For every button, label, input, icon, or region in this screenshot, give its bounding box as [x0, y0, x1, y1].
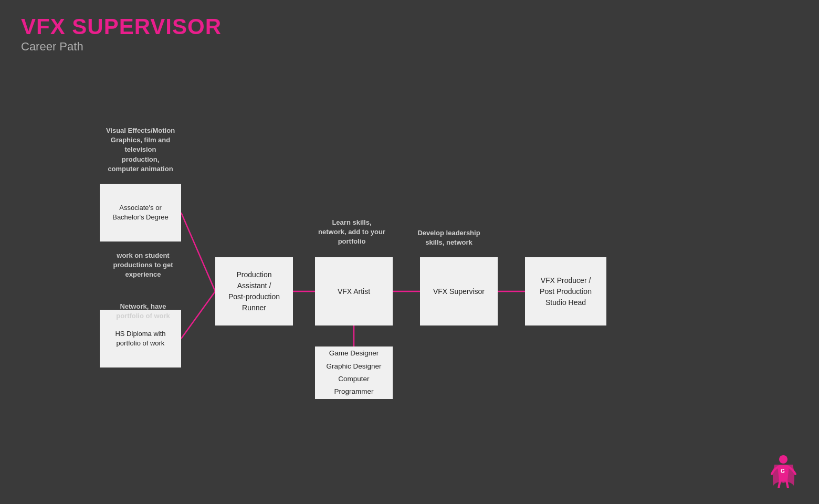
education-associates-text: Associate's orBachelor's Degree	[112, 203, 169, 222]
annotation-network: Network, haveportfolio of work	[102, 302, 184, 321]
svg-line-0	[181, 213, 215, 291]
svg-text:G: G	[781, 468, 785, 474]
job-vfx-supervisor-text: VFX Supervisor	[433, 286, 485, 297]
header: VFX SUPERVISOR Career Path	[21, 16, 222, 54]
page-subtitle: Career Path	[21, 40, 222, 54]
education-box-associates: Associate's orBachelor's Degree	[100, 184, 181, 242]
job-prod-asst-text: ProductionAssistant /Post-productionRunn…	[228, 269, 280, 313]
alt-job-graphic-designer: Graphic Designer	[326, 360, 381, 373]
job-box-vfx-producer: VFX Producer /Post ProductionStudio Head	[525, 257, 606, 326]
field-label: Visual Effects/MotionGraphics, film andt…	[100, 126, 181, 174]
annotation-work-student: work on studentproductions to getexperie…	[102, 251, 184, 280]
alt-jobs-box: Game Designer Graphic Designer ComputerP…	[315, 346, 393, 399]
job-box-vfx-supervisor: VFX Supervisor	[420, 257, 498, 326]
job-vfx-artist-text: VFX Artist	[338, 286, 370, 297]
job-vfx-producer-text: VFX Producer /Post ProductionStudio Head	[540, 275, 592, 308]
annotation-develop-leadership: Develop leadershipskills, network	[399, 228, 499, 247]
job-box-production-assistant: ProductionAssistant /Post-productionRunn…	[215, 257, 293, 326]
logo: G	[769, 454, 798, 488]
svg-point-6	[779, 455, 788, 464]
annotation-learn-skills: Learn skills,network, add to yourportfol…	[297, 218, 407, 247]
job-box-vfx-artist: VFX Artist	[315, 257, 393, 326]
page-title: VFX SUPERVISOR	[21, 16, 222, 38]
svg-line-1	[181, 291, 215, 339]
career-diagram: Visual Effects/MotionGraphics, film andt…	[0, 68, 819, 478]
alt-job-game-designer: Game Designer	[329, 347, 379, 360]
education-hs-text: HS Diploma withportfolio of work	[115, 329, 165, 348]
alt-job-computer-programmer: ComputerProgrammer	[334, 373, 373, 398]
